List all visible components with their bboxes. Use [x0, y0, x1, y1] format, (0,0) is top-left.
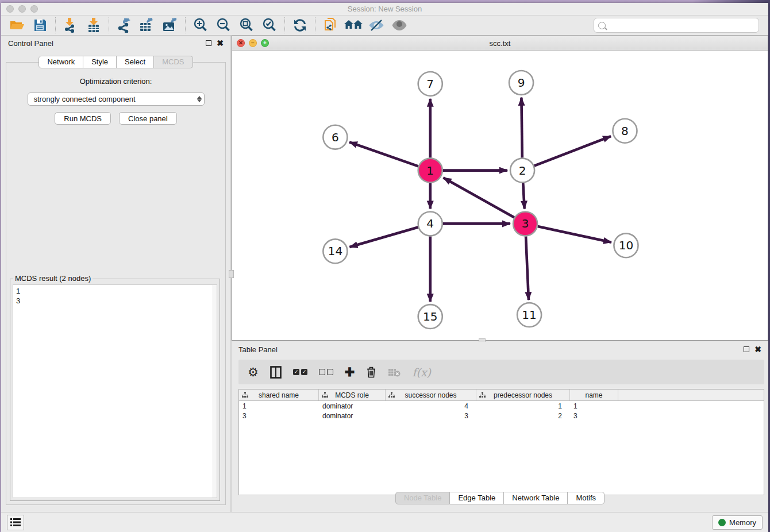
graph-node-4[interactable]: 4: [418, 211, 442, 236]
network-window-titlebar[interactable]: ✕ − + scc.txt: [232, 36, 768, 51]
function-builder-icon[interactable]: f(x): [412, 366, 431, 379]
import-table-icon: [87, 18, 101, 33]
home-icon: [344, 18, 363, 32]
zoom-out-button[interactable]: [212, 17, 235, 34]
graph-node-label: 8: [621, 124, 629, 138]
import-network-icon: [64, 18, 78, 33]
node-table: shared nameMCDS rolesuccessor nodesprede…: [238, 389, 764, 495]
import-table-button[interactable]: [82, 17, 105, 34]
network-minimize-icon[interactable]: −: [249, 39, 257, 47]
column-type-icon: [242, 392, 248, 398]
search-input[interactable]: [609, 21, 754, 30]
tab-mcds[interactable]: MCDS: [154, 56, 192, 68]
minimize-window-icon[interactable]: [18, 5, 26, 13]
graph-edge-2-3[interactable]: [523, 183, 524, 209]
graph-edge-2-9[interactable]: [521, 98, 522, 158]
table-row[interactable]: 3dominator323: [239, 411, 764, 421]
control-panel-title: Control Panel: [8, 39, 53, 48]
select-all-rows-icon[interactable]: [293, 369, 307, 375]
vertical-splitter-handle[interactable]: [229, 270, 234, 278]
criterion-dropdown[interactable]: strongly connected component: [28, 92, 205, 106]
graph-edge-4-14[interactable]: [349, 228, 418, 248]
duplicate-network-button[interactable]: [319, 17, 342, 34]
add-column-icon[interactable]: ✚: [345, 365, 355, 379]
graph-node-3[interactable]: 3: [513, 211, 537, 236]
export-table-button[interactable]: [136, 17, 159, 34]
tab-style[interactable]: Style: [83, 56, 117, 68]
open-session-button[interactable]: [6, 17, 29, 34]
network-close-icon[interactable]: ✕: [237, 39, 245, 47]
delete-column-icon[interactable]: [366, 366, 376, 379]
network-maximize-icon[interactable]: +: [261, 39, 269, 47]
graph-node-8[interactable]: 8: [613, 119, 637, 143]
table-options-gear-icon[interactable]: ⚙: [248, 365, 259, 379]
zoom-selected-button[interactable]: [258, 17, 281, 34]
column-label: name: [585, 391, 602, 399]
refresh-button[interactable]: [288, 17, 311, 34]
float-table-panel-icon[interactable]: [744, 346, 749, 352]
close-table-panel-icon[interactable]: ✖: [754, 345, 761, 353]
graph-node-1[interactable]: 1: [418, 159, 442, 183]
tab-motifs[interactable]: Motifs: [568, 492, 605, 504]
zoom-in-button[interactable]: [189, 17, 212, 34]
network-window-title: scc.txt: [490, 39, 511, 48]
table-cell: 1: [476, 402, 570, 410]
task-history-button[interactable]: [7, 515, 24, 530]
mcds-result-text[interactable]: 1 3: [13, 284, 217, 498]
graph-node-9[interactable]: 9: [509, 71, 533, 95]
graph-node-14[interactable]: 14: [323, 239, 347, 263]
column-header-predecessor-nodes[interactable]: predecessor nodes: [476, 390, 570, 400]
column-label: shared name: [259, 391, 299, 399]
column-header-successor-nodes[interactable]: successor nodes: [386, 390, 476, 400]
table-cell: 3: [570, 412, 618, 420]
main-toolbar: [1, 16, 768, 36]
column-header-name[interactable]: name: [570, 390, 618, 400]
graph-edge-3-10[interactable]: [538, 226, 611, 242]
close-panel-icon[interactable]: ✖: [217, 39, 224, 47]
hide-selected-button[interactable]: [365, 17, 388, 34]
search-field[interactable]: [594, 18, 759, 33]
memory-status-icon: [718, 519, 726, 526]
column-visibility-icon[interactable]: [270, 366, 282, 379]
deselect-all-rows-icon[interactable]: [319, 369, 333, 375]
float-panel-icon[interactable]: [206, 40, 211, 46]
graph-node-11[interactable]: 11: [517, 303, 541, 327]
import-network-button[interactable]: [59, 17, 82, 34]
zoom-fit-button[interactable]: [235, 17, 258, 34]
tab-select[interactable]: Select: [117, 56, 154, 68]
memory-button[interactable]: Memory: [712, 515, 763, 530]
export-image-button[interactable]: [159, 17, 182, 34]
export-network-button[interactable]: [113, 17, 136, 34]
maximize-window-icon[interactable]: [30, 5, 38, 13]
table-header-row: shared nameMCDS rolesuccessor nodesprede…: [239, 390, 764, 401]
tab-network-table[interactable]: Network Table: [504, 492, 568, 504]
graph-edge-3-11[interactable]: [526, 236, 529, 300]
export-table-icon: [139, 18, 155, 33]
table-row[interactable]: 1dominator411: [239, 401, 764, 411]
close-window-icon[interactable]: [6, 5, 14, 13]
graph-edge-2-8[interactable]: [534, 136, 611, 166]
column-header-shared-name[interactable]: shared name: [239, 390, 319, 400]
network-canvas[interactable]: 7968124314101511: [232, 51, 768, 340]
tab-node-table[interactable]: Node Table: [395, 492, 451, 504]
memory-label: Memory: [729, 518, 756, 527]
tab-network[interactable]: Network: [38, 56, 83, 68]
graph-edge-1-6[interactable]: [349, 142, 418, 166]
tab-edge-table[interactable]: Edge Table: [450, 492, 504, 504]
graph-node-15[interactable]: 15: [418, 304, 442, 329]
run-mcds-button[interactable]: Run MCDS: [55, 112, 111, 125]
result-scrollbar[interactable]: [213, 285, 217, 498]
home-button[interactable]: [342, 17, 365, 34]
show-all-button[interactable]: [388, 17, 411, 34]
graph-node-6[interactable]: 6: [323, 125, 347, 149]
graph-node-7[interactable]: 7: [418, 72, 442, 96]
graph-node-2[interactable]: 2: [510, 159, 534, 183]
close-panel-button[interactable]: Close panel: [119, 112, 177, 125]
delete-table-icon[interactable]: [388, 368, 401, 377]
graph-node-10[interactable]: 10: [614, 233, 638, 257]
zoom-fit-icon: [239, 18, 254, 33]
table-body: 1dominator4113dominator323: [239, 401, 764, 421]
column-header-MCDS-role[interactable]: MCDS role: [319, 390, 386, 400]
save-session-button[interactable]: [29, 17, 52, 34]
graph-edge-3-1[interactable]: [443, 178, 514, 217]
